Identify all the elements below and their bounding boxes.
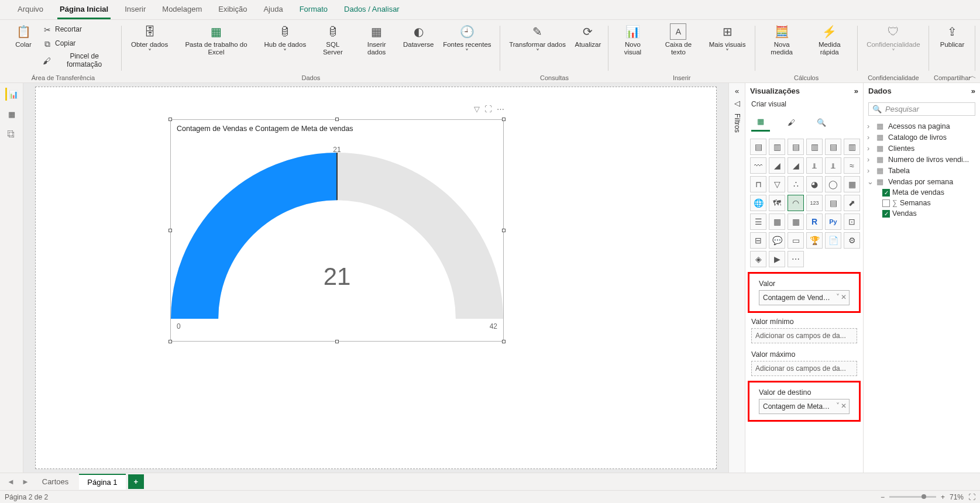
format-painter-button[interactable]: 🖌Pincel de formatação — [41, 51, 116, 70]
table-row[interactable]: ›▦Clientes — [866, 143, 978, 154]
tab-dados-analisar[interactable]: Dados / Analisar — [336, 0, 408, 19]
get-data-button[interactable]: 🗄Obter dados ˅ — [126, 22, 173, 57]
remove-field-icon[interactable]: ✕ — [841, 293, 847, 301]
table-row-expanded[interactable]: ⌄▦Vendas por semana — [866, 176, 978, 187]
datahub-button[interactable]: 🛢Hub de dados ˅ — [260, 22, 311, 57]
viz-kpi[interactable]: ⬈ — [844, 195, 860, 211]
add-page-button[interactable]: + — [128, 474, 145, 489]
format-visual-tab[interactable]: 🖌 — [782, 113, 800, 132]
paste-button[interactable]: 📋Colar — [9, 22, 37, 50]
table-row[interactable]: ›▦Tabela — [866, 165, 978, 176]
field-row[interactable]: ✓Vendas — [866, 208, 978, 219]
new-measure-button[interactable]: 🧮Nova medida — [760, 22, 804, 57]
viz-line-col2[interactable]: ⫫ — [825, 157, 841, 174]
field-row[interactable]: ✓Meta de vendas — [866, 187, 978, 198]
tab-modelagem[interactable]: Modelagem — [154, 0, 210, 19]
page-tab-active[interactable]: Página 1 — [79, 474, 125, 490]
viz-line[interactable]: 〰 — [750, 157, 766, 174]
transform-button[interactable]: ✎Transformar dados ˅ — [505, 22, 570, 57]
viz-qa[interactable]: 💬 — [769, 232, 785, 249]
enter-data-button[interactable]: ▦Inserir dados — [355, 22, 398, 57]
checkbox-unchecked[interactable] — [882, 199, 890, 207]
fit-page-button[interactable]: ⛶ — [968, 493, 975, 501]
viz-waterfall[interactable]: ⊓ — [750, 176, 766, 192]
viz-narrative[interactable]: ▭ — [788, 232, 804, 249]
tab-formato[interactable]: Formato — [291, 0, 336, 19]
viz-100col[interactable]: ▥ — [844, 139, 860, 155]
checkbox-checked[interactable]: ✓ — [882, 210, 890, 218]
report-page[interactable]: ▽ ⛶ ⋯ Contagem de Vendas e Contagem de M… — [35, 87, 717, 469]
more-options-icon[interactable]: ⋯ — [497, 105, 504, 113]
page-tab[interactable]: Cartoes — [34, 474, 77, 489]
viz-py[interactable]: Py — [825, 213, 841, 230]
filter-icon[interactable]: ▽ — [474, 105, 480, 113]
viz-clustered-bar[interactable]: ▤ — [788, 139, 804, 155]
viz-decomp[interactable]: ⊟ — [750, 232, 766, 249]
tab-arquivo[interactable]: Arquivo — [9, 0, 51, 19]
refresh-button[interactable]: ⟳Atualizar — [572, 22, 604, 50]
viz-goals[interactable]: 🏆 — [806, 232, 823, 249]
well-value-field[interactable]: Contagem de Vendas˅✕ — [759, 290, 850, 305]
viz-100bar[interactable]: ▤ — [825, 139, 841, 155]
table-row[interactable]: ›▦Acessos na pagina — [866, 120, 978, 132]
viz-matrix[interactable]: ▦ — [788, 213, 804, 230]
well-target-field[interactable]: Contagem de Meta d...˅✕ — [759, 399, 850, 414]
collapse-viz-icon[interactable]: » — [854, 87, 858, 95]
expand-filters-icon[interactable]: « — [735, 87, 739, 95]
viz-card[interactable]: 123 — [806, 195, 823, 211]
viz-multi-card[interactable]: ▤ — [825, 195, 841, 211]
viz-line-col[interactable]: ⫫ — [806, 157, 823, 174]
viz-more[interactable]: ⋯ — [788, 251, 804, 267]
cut-button[interactable]: ✂Recortar — [41, 23, 116, 36]
new-visual-button[interactable]: 📊Novo visual — [613, 22, 652, 57]
viz-pie[interactable]: ◕ — [806, 176, 823, 192]
search-input[interactable]: 🔍Pesquisar — [868, 102, 975, 116]
table-row[interactable]: ›▦Catalogo de livros — [866, 132, 978, 143]
viz-auto[interactable]: ⚙ — [844, 232, 860, 249]
filters-collapsed-rail[interactable]: « ◁ Filtros — [728, 83, 745, 473]
viz-clustered-col[interactable]: ▥ — [806, 139, 823, 155]
viz-paginated[interactable]: 📄 — [825, 232, 841, 249]
viz-stacked-col[interactable]: ▥ — [769, 139, 785, 155]
viz-gauge[interactable]: ◠ — [788, 195, 804, 211]
tab-pagina-inicial[interactable]: Página Inicial — [51, 0, 116, 19]
build-visual-tab[interactable]: ▦ — [751, 113, 770, 132]
focus-icon[interactable]: ⛶ — [484, 105, 492, 113]
recent-button[interactable]: 🕘Fontes recentes ˅ — [439, 22, 496, 57]
tab-inserir[interactable]: Inserir — [116, 0, 154, 19]
viz-slicer[interactable]: ☰ — [750, 213, 766, 230]
chevron-down-icon[interactable]: ˅ — [836, 293, 840, 301]
ribbon-collapse-button[interactable]: ︿ — [969, 71, 976, 81]
viz-table[interactable]: ▦ — [769, 213, 785, 230]
viz-donut[interactable]: ◯ — [825, 176, 841, 192]
viz-treemap[interactable]: ▦ — [844, 176, 860, 192]
zoom-in-button[interactable]: + — [941, 493, 945, 501]
zoom-out-button[interactable]: − — [881, 493, 885, 501]
field-row[interactable]: ∑Semanas — [866, 198, 978, 208]
more-visuals-button[interactable]: ⊞Mais visuais ˅ — [704, 22, 751, 57]
chevron-down-icon[interactable]: ˅ — [836, 402, 840, 410]
viz-filled-map[interactable]: 🗺 — [769, 195, 785, 211]
viz-map[interactable]: 🌐 — [750, 195, 766, 211]
viz-scatter[interactable]: ∴ — [788, 176, 804, 192]
viz-key-influencers[interactable]: ⊡ — [844, 213, 860, 230]
copy-button[interactable]: ⧉Copiar — [41, 37, 116, 50]
gauge-visual[interactable]: ▽ ⛶ ⋯ Contagem de Vendas e Contagem de M… — [170, 119, 504, 342]
checkbox-checked[interactable]: ✓ — [882, 189, 890, 197]
viz-powerapps[interactable]: ◈ — [750, 251, 766, 267]
viz-r[interactable]: R — [806, 213, 823, 230]
next-page-button[interactable]: ► — [19, 477, 32, 486]
publish-button[interactable]: ⇪Publicar — [937, 22, 968, 50]
viz-stacked-bar[interactable]: ▤ — [750, 139, 766, 155]
viz-funnel[interactable]: ▽ — [769, 176, 785, 192]
textbox-button[interactable]: ACaixa de texto — [655, 22, 702, 57]
report-view-button[interactable]: 📊 — [5, 88, 18, 101]
tab-ajuda[interactable]: Ajuda — [255, 0, 291, 19]
tab-exibicao[interactable]: Exibição — [210, 0, 255, 19]
viz-stacked-area[interactable]: ◢ — [788, 157, 804, 174]
remove-field-icon[interactable]: ✕ — [841, 402, 847, 410]
dataverse-button[interactable]: ◐Dataverse — [401, 22, 436, 50]
sensitivity-button[interactable]: 🛡Confidencialidade ˅ — [862, 22, 924, 57]
viz-area[interactable]: ◢ — [769, 157, 785, 174]
prev-page-button[interactable]: ◄ — [5, 477, 17, 486]
